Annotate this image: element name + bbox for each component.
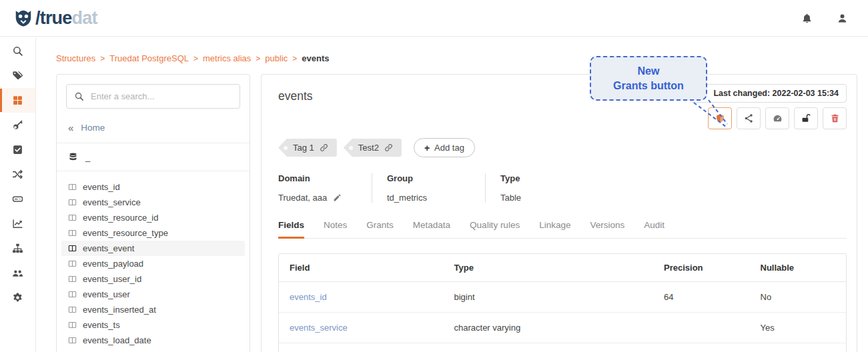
logo-text: /truedat: [35, 8, 97, 29]
gauge-profile-button[interactable]: [765, 107, 789, 129]
callout-line: Grants button: [613, 79, 684, 93]
cell-field-link[interactable]: events_id: [279, 282, 444, 313]
chart-line-icon: [12, 218, 23, 229]
field-list-item[interactable]: events_resource_id: [61, 210, 245, 225]
divider: [57, 171, 250, 171]
content-area: Structures>Truedat PostgreSQL>metrics al…: [36, 37, 868, 352]
column-header-nullable: Nullable: [750, 254, 847, 282]
tab-notes[interactable]: Notes: [324, 220, 347, 238]
sidebar-item-structures[interactable]: [0, 88, 35, 113]
field-list-item[interactable]: events_user_id: [61, 271, 245, 287]
columns-icon: [68, 183, 77, 191]
field-list-item[interactable]: events_load_date: [61, 333, 245, 348]
columns-icon: [68, 336, 77, 345]
plus-icon: +: [424, 143, 430, 153]
field-list-item[interactable]: events_ts: [61, 317, 245, 333]
field-list-item[interactable]: events_id: [61, 179, 245, 195]
cell-precision: 64: [653, 282, 750, 313]
grid-icon: [12, 95, 23, 106]
top-header: /truedat: [0, 0, 868, 37]
columns-icon: [68, 275, 77, 283]
field-list-item-label: events_event: [83, 243, 134, 254]
info-label: Type: [500, 173, 521, 183]
collapse-back-icon[interactable]: «: [68, 122, 73, 133]
check-square-icon: [12, 144, 23, 155]
nav-root-structure[interactable]: _: [57, 143, 250, 171]
cell-field-link[interactable]: events_service: [279, 313, 444, 343]
notifications-bell-icon[interactable]: [801, 13, 813, 24]
breadcrumb-link[interactable]: Truedat PostgreSQL: [109, 53, 189, 63]
info-value-text: td_metrics: [387, 193, 427, 203]
breadcrumb-separator: >: [100, 54, 105, 63]
table-row: events_idbigint64No: [279, 282, 846, 313]
sidebar-item-tags[interactable]: [0, 63, 35, 88]
tab-metadata[interactable]: Metadata: [413, 220, 450, 238]
edit-pencil-icon[interactable]: [333, 193, 342, 202]
field-list-item[interactable]: events_user: [61, 287, 245, 302]
sidebar-item-lineage[interactable]: [0, 162, 35, 187]
lock-open-button[interactable]: [794, 107, 818, 129]
trash-delete-button[interactable]: [823, 107, 847, 129]
sidebar-item-dashboards[interactable]: [0, 211, 35, 236]
truedat-logo[interactable]: /truedat: [13, 8, 97, 29]
sidebar-item-domains[interactable]: [0, 236, 35, 261]
breadcrumb-separator: >: [193, 54, 198, 63]
user-profile-icon[interactable]: [837, 13, 848, 24]
info-value: Truedat, aaa: [278, 193, 356, 203]
info-value: Table: [500, 193, 521, 203]
settings-gear-icon: [12, 292, 23, 303]
info-domain: DomainTruedat, aaa: [278, 173, 372, 203]
fields-table-wrap: FieldTypePrecisionNullable events_idbigi…: [278, 253, 847, 352]
topbar-actions: [801, 13, 848, 24]
tab-versions[interactable]: Versions: [590, 220, 624, 238]
lock-open-icon: [801, 113, 811, 123]
field-list-item[interactable]: events_payload: [61, 256, 245, 271]
trash-delete-icon: [830, 113, 840, 123]
info-type: TypeTable: [485, 173, 537, 203]
cell-type: integer: [444, 343, 654, 352]
tab-fields[interactable]: Fields: [278, 220, 304, 239]
field-list-item-label: events_ts: [83, 319, 120, 331]
field-list-item-label: events_resource_type: [83, 227, 168, 239]
sidebar-item-settings[interactable]: [0, 285, 35, 310]
info-value-text: Truedat, aaa: [278, 193, 327, 203]
field-list-item[interactable]: events_resource_type: [61, 225, 245, 241]
field-list-item[interactable]: events_service: [61, 195, 245, 210]
cell-field-link[interactable]: events_resource_id: [279, 343, 444, 352]
tags-icon: [12, 70, 23, 81]
tab-linkage[interactable]: Linkage: [539, 220, 570, 238]
sidebar-item-search[interactable]: [0, 39, 35, 63]
tab-audit[interactable]: Audit: [644, 220, 665, 238]
tag-chip[interactable]: Test2: [344, 139, 402, 157]
breadcrumb-link[interactable]: Structures: [56, 53, 95, 63]
add-tag-button[interactable]: +Add tag: [414, 138, 475, 157]
last-changed-label: Last changed: 2022-02-03 15:34: [713, 89, 839, 98]
storage-drive-icon: [12, 193, 23, 205]
tab-quality-rules[interactable]: Quality rules: [470, 220, 520, 238]
search-input[interactable]: [66, 84, 240, 109]
structure-detail-panel: New Grants button events Last changed: 2…: [261, 74, 857, 352]
field-list-item-label: events_user: [83, 289, 130, 300]
field-list-item[interactable]: events_inserted_at: [61, 302, 245, 317]
sidebar-item-rules[interactable]: [0, 137, 35, 162]
sidebar-item-users[interactable]: [0, 261, 35, 285]
column-header-precision: Precision: [653, 254, 750, 282]
field-list-item-label: events_inserted_at: [83, 304, 156, 315]
tabs: FieldsNotesGrantsMetadataQuality rulesLi…: [278, 220, 847, 239]
breadcrumb-link[interactable]: metrics alias: [203, 53, 251, 63]
table-row: events_servicecharacter varyingYes: [279, 313, 846, 343]
callout-line: New: [638, 64, 660, 79]
columns-icon: [68, 259, 77, 268]
share-button[interactable]: [737, 107, 761, 129]
root-structure-label: _: [85, 152, 90, 162]
sidebar-item-permissions[interactable]: [0, 113, 35, 137]
nav-home-link[interactable]: « Home: [57, 118, 250, 143]
breadcrumb-link[interactable]: public: [265, 53, 288, 63]
tab-grants[interactable]: Grants: [366, 220, 394, 238]
sidebar-item-sources[interactable]: [0, 187, 35, 211]
info-label: Group: [387, 173, 469, 183]
field-list-item[interactable]: events_event: [61, 241, 245, 256]
tag-chip[interactable]: Tag 1: [278, 139, 337, 157]
home-label: Home: [81, 123, 105, 133]
table-row: events_resource_idinteger32Yes: [279, 343, 846, 352]
